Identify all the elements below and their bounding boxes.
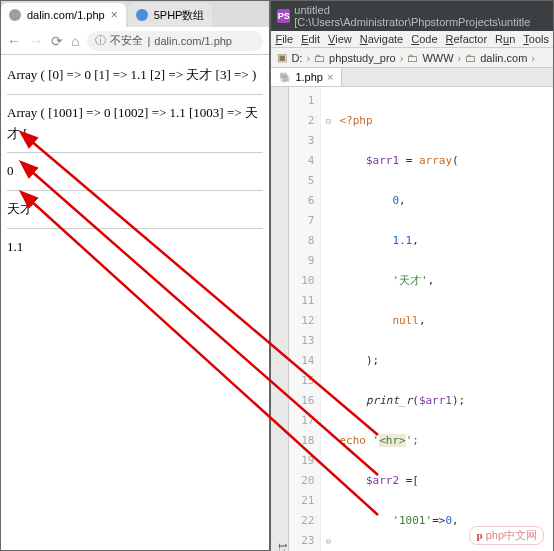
ide-menubar: File Edit View Navigate Code Refactor Ru… [271,31,553,48]
menu-edit[interactable]: Edit [301,33,320,45]
code-str: '1001' [392,514,432,527]
fold-column[interactable]: ⊟⊖ [321,87,335,551]
php-open-tag: <?php [339,114,372,127]
code-var: $arr1 [366,154,399,167]
ide-title-text: untitled [C:\Users\Administrator\Phpstor… [294,4,547,28]
home-icon[interactable]: ⌂ [71,33,79,49]
browser-tab-2[interactable]: 5PHP数组 [128,3,213,27]
code-paren: ( [452,154,459,167]
code-null: null [392,314,419,327]
code-paren: ); [366,354,379,367]
output-line-3: 0 [7,159,263,184]
code-comma: , [412,234,419,247]
menu-refactor[interactable]: Refactor [446,33,488,45]
browser-tab-1[interactable]: dalin.com/1.php × [1,3,126,27]
code-str: '天才' [392,274,427,287]
code-comma: , [428,274,435,287]
watermark-text: php中文网 [486,529,537,541]
close-icon[interactable]: × [111,8,118,22]
code-tag: <hr> [379,434,406,447]
forward-icon[interactable]: → [29,33,43,49]
output-line-2: Array ( [1001] => 0 [1002] => 1.1 [1003]… [7,101,263,147]
menu-code[interactable]: Code [411,33,437,45]
code-var: $arr1 [419,394,452,407]
folder-icon: ▣ [277,51,287,64]
tab-title: dalin.com/1.php [27,9,105,21]
favicon-icon [136,9,148,21]
crumb-3[interactable]: dalin.com [480,52,527,64]
crumb-1[interactable]: phpstudy_pro [329,52,396,64]
file-tab-label: 1.php [295,71,323,83]
info-icon: ⓘ [95,33,106,48]
folder-icon: 🗀 [407,52,418,64]
code-func: print_r [366,394,412,407]
code-comma: , [419,314,426,327]
code-num: 0 [392,194,399,207]
code-comma: , [399,194,406,207]
code-var: $arr2 [366,474,399,487]
phpstorm-icon: PS [277,9,290,23]
code-op: => [432,514,445,527]
address-bar: ← → ⟳ ⌂ ⓘ 不安全 | dalin.com/1.php [1,27,269,55]
chevron-right-icon: › [531,52,535,64]
hr-divider [7,152,263,153]
chevron-right-icon: › [458,52,462,64]
code-paren: ); [452,394,465,407]
editor-tabs: 🐘 1.php × [271,68,553,87]
code-str: '; [406,434,419,447]
menu-file[interactable]: File [275,33,293,45]
browser-panel: dalin.com/1.php × 5PHP数组 ← → ⟳ ⌂ ⓘ 不安全 |… [1,1,271,550]
project-tool-strip[interactable]: 1: Project [271,87,289,551]
crumb-d[interactable]: D: [291,52,302,64]
browser-tabs: dalin.com/1.php × 5PHP数组 [1,1,269,27]
url-input[interactable]: ⓘ 不安全 | dalin.com/1.php [87,31,263,51]
code-num: 0 [445,514,452,527]
menu-run[interactable]: Run [495,33,515,45]
php-file-icon: 🐘 [279,72,291,83]
code-op: = [399,154,419,167]
url-text: dalin.com/1.php [154,35,232,47]
code-paren: ( [412,394,419,407]
watermark-logo-icon: p [476,529,482,541]
menu-tools[interactable]: Tools [523,33,549,45]
line-gutter: 1234567891011121314151617181920212223 [289,87,321,551]
code-editor[interactable]: <?php $arr1 = array( 0, 1.1, '天才', null,… [335,87,553,551]
code-op: =[ [399,474,419,487]
output-line-4: 天才 [7,197,263,222]
insecure-label: 不安全 [110,33,143,48]
page-content: Array ( [0] => 0 [1] => 1.1 [2] => 天才 [3… [1,55,269,550]
favicon-icon [9,9,21,21]
watermark: p php中文网 [469,526,544,545]
folder-icon: 🗀 [465,52,476,64]
code-kw: echo [339,434,372,447]
hr-divider [7,94,263,95]
chevron-right-icon: › [400,52,404,64]
breadcrumb: ▣ D:› 🗀 phpstudy_pro› 🗀 WWW› 🗀 dalin.com… [271,48,553,68]
menu-navigate[interactable]: Navigate [360,33,403,45]
folder-icon: 🗀 [314,52,325,64]
chevron-right-icon: › [306,52,310,64]
code-num: 1.1 [392,234,412,247]
editor-area: 1: Project 12345678910111213141516171819… [271,87,553,551]
hr-divider [7,228,263,229]
code-comma: , [452,514,459,527]
ide-panel: PS untitled [C:\Users\Administrator\Phps… [271,1,553,550]
output-line-5: 1.1 [7,235,263,260]
ide-titlebar: PS untitled [C:\Users\Administrator\Phps… [271,1,553,31]
tab-title: 5PHP数组 [154,8,205,23]
output-line-1: Array ( [0] => 0 [1] => 1.1 [2] => 天才 [3… [7,63,263,88]
reload-icon[interactable]: ⟳ [51,33,63,49]
back-icon[interactable]: ← [7,33,21,49]
code-kw: array [419,154,452,167]
file-tab-1php[interactable]: 🐘 1.php × [271,68,342,86]
url-divider: | [147,35,150,47]
crumb-2[interactable]: WWW [422,52,453,64]
menu-view[interactable]: View [328,33,352,45]
hr-divider [7,190,263,191]
close-icon[interactable]: × [327,71,333,83]
